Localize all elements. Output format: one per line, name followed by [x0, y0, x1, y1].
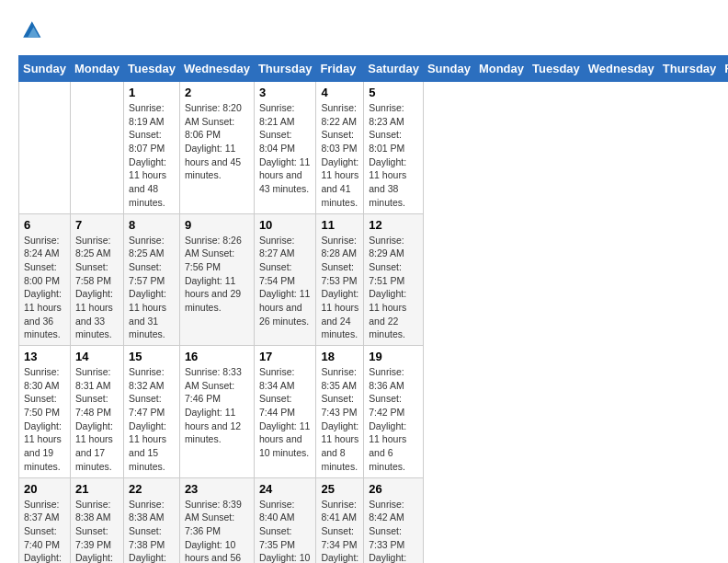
calendar-cell: 2Sunrise: 8:20 AM Sunset: 8:06 PM Daylig… — [179, 82, 254, 214]
calendar-header-row: SundayMondayTuesdayWednesdayThursdayFrid… — [19, 56, 729, 82]
calendar-table: SundayMondayTuesdayWednesdayThursdayFrid… — [18, 55, 728, 563]
calendar-cell: 16Sunrise: 8:33 AM Sunset: 7:46 PM Dayli… — [179, 346, 254, 478]
calendar-cell: 3Sunrise: 8:21 AM Sunset: 8:04 PM Daylig… — [254, 82, 316, 214]
calendar-cell: 13Sunrise: 8:30 AM Sunset: 7:50 PM Dayli… — [19, 346, 71, 478]
calendar-cell: 15Sunrise: 8:32 AM Sunset: 7:47 PM Dayli… — [124, 346, 180, 478]
day-number: 5 — [369, 86, 418, 99]
calendar-cell: 1Sunrise: 8:19 AM Sunset: 8:07 PM Daylig… — [124, 82, 180, 214]
day-info: Sunrise: 8:26 AM Sunset: 7:56 PM Dayligh… — [185, 234, 249, 315]
calendar-cell: 25Sunrise: 8:41 AM Sunset: 7:34 PM Dayli… — [316, 477, 364, 563]
day-info: Sunrise: 8:40 AM Sunset: 7:35 PM Dayligh… — [259, 498, 312, 564]
day-info: Sunrise: 8:42 AM Sunset: 7:33 PM Dayligh… — [369, 498, 418, 564]
day-number: 24 — [259, 482, 312, 496]
calendar-cell: 8Sunrise: 8:25 AM Sunset: 7:57 PM Daylig… — [124, 213, 180, 346]
calendar-week-1: 1Sunrise: 8:19 AM Sunset: 8:07 PM Daylig… — [19, 82, 729, 214]
day-info: Sunrise: 8:36 AM Sunset: 7:42 PM Dayligh… — [369, 365, 418, 474]
calendar-cell: 18Sunrise: 8:35 AM Sunset: 7:43 PM Dayli… — [316, 346, 364, 478]
day-info: Sunrise: 8:34 AM Sunset: 7:44 PM Dayligh… — [259, 365, 312, 460]
calendar-cell: 10Sunrise: 8:27 AM Sunset: 7:54 PM Dayli… — [254, 213, 316, 346]
header-tuesday: Tuesday — [124, 56, 180, 82]
calendar-week-2: 6Sunrise: 8:24 AM Sunset: 8:00 PM Daylig… — [19, 213, 729, 346]
calendar-cell: 7Sunrise: 8:25 AM Sunset: 7:58 PM Daylig… — [70, 213, 123, 346]
day-info: Sunrise: 8:39 AM Sunset: 7:36 PM Dayligh… — [185, 498, 249, 564]
calendar-cell: 11Sunrise: 8:28 AM Sunset: 7:53 PM Dayli… — [316, 213, 364, 346]
calendar-cell: 14Sunrise: 8:31 AM Sunset: 7:48 PM Dayli… — [70, 346, 123, 478]
day-info: Sunrise: 8:29 AM Sunset: 7:51 PM Dayligh… — [369, 234, 418, 342]
day-number: 15 — [129, 350, 175, 363]
day-number: 23 — [185, 482, 249, 496]
day-number: 22 — [129, 482, 175, 496]
day-number: 11 — [321, 218, 358, 232]
day-number: 4 — [321, 86, 358, 99]
day-info: Sunrise: 8:32 AM Sunset: 7:47 PM Dayligh… — [129, 365, 175, 474]
day-info: Sunrise: 8:24 AM Sunset: 8:00 PM Dayligh… — [24, 234, 65, 342]
day-number: 7 — [75, 218, 119, 232]
calendar-cell — [70, 82, 123, 214]
day-info: Sunrise: 8:38 AM Sunset: 7:38 PM Dayligh… — [129, 498, 175, 564]
day-number: 16 — [185, 350, 249, 363]
header-friday: Friday — [316, 56, 364, 82]
header-thursday: Thursday — [254, 56, 316, 82]
day-info: Sunrise: 8:28 AM Sunset: 7:53 PM Dayligh… — [321, 234, 358, 342]
day-number: 21 — [75, 482, 119, 496]
day-info: Sunrise: 8:37 AM Sunset: 7:40 PM Dayligh… — [24, 498, 65, 564]
day-number: 6 — [24, 218, 65, 232]
day-number: 1 — [129, 86, 175, 99]
header-wednesday: Wednesday — [179, 56, 254, 82]
day-number: 17 — [259, 350, 312, 363]
day-info: Sunrise: 8:31 AM Sunset: 7:48 PM Dayligh… — [75, 365, 119, 474]
day-info: Sunrise: 8:19 AM Sunset: 8:07 PM Dayligh… — [129, 101, 175, 210]
header-sunday: Sunday — [19, 56, 71, 82]
header-saturday: Saturday — [364, 56, 424, 82]
day-number: 3 — [259, 86, 312, 99]
logo-icon — [20, 18, 42, 40]
day-info: Sunrise: 8:23 AM Sunset: 8:01 PM Dayligh… — [369, 101, 418, 210]
calendar-cell: 26Sunrise: 8:42 AM Sunset: 7:33 PM Dayli… — [364, 477, 424, 563]
day-info: Sunrise: 8:38 AM Sunset: 7:39 PM Dayligh… — [75, 498, 119, 564]
day-number: 8 — [129, 218, 175, 232]
day-number: 20 — [24, 482, 65, 496]
day-number: 26 — [369, 482, 418, 496]
calendar-cell: 6Sunrise: 8:24 AM Sunset: 8:00 PM Daylig… — [19, 213, 71, 346]
calendar-cell: 22Sunrise: 8:38 AM Sunset: 7:38 PM Dayli… — [124, 477, 180, 563]
col-header-monday: Monday — [474, 56, 528, 82]
col-header-thursday: Thursday — [658, 56, 721, 82]
day-info: Sunrise: 8:33 AM Sunset: 7:46 PM Dayligh… — [185, 365, 249, 446]
day-number: 9 — [185, 218, 249, 232]
day-number: 19 — [369, 350, 418, 363]
calendar-cell: 5Sunrise: 8:23 AM Sunset: 8:01 PM Daylig… — [364, 82, 424, 214]
day-number: 25 — [321, 482, 358, 496]
calendar-week-3: 13Sunrise: 8:30 AM Sunset: 7:50 PM Dayli… — [19, 346, 729, 478]
col-header-tuesday: Tuesday — [529, 56, 585, 82]
col-header-friday: Friday — [721, 56, 728, 82]
page-header — [18, 18, 710, 40]
calendar-cell: 19Sunrise: 8:36 AM Sunset: 7:42 PM Dayli… — [364, 346, 424, 478]
day-info: Sunrise: 8:35 AM Sunset: 7:43 PM Dayligh… — [321, 365, 358, 474]
col-header-wednesday: Wednesday — [584, 56, 658, 82]
day-info: Sunrise: 8:21 AM Sunset: 8:04 PM Dayligh… — [259, 101, 312, 196]
day-number: 12 — [369, 218, 418, 232]
calendar-cell: 9Sunrise: 8:26 AM Sunset: 7:56 PM Daylig… — [179, 213, 254, 346]
calendar-cell: 4Sunrise: 8:22 AM Sunset: 8:03 PM Daylig… — [316, 82, 364, 214]
header-monday: Monday — [70, 56, 123, 82]
day-info: Sunrise: 8:20 AM Sunset: 8:06 PM Dayligh… — [185, 101, 249, 182]
day-info: Sunrise: 8:25 AM Sunset: 7:58 PM Dayligh… — [75, 234, 119, 342]
day-number: 13 — [24, 350, 65, 363]
calendar-cell: 24Sunrise: 8:40 AM Sunset: 7:35 PM Dayli… — [254, 477, 316, 563]
calendar-cell: 12Sunrise: 8:29 AM Sunset: 7:51 PM Dayli… — [364, 213, 424, 346]
calendar-cell: 20Sunrise: 8:37 AM Sunset: 7:40 PM Dayli… — [19, 477, 71, 563]
day-info: Sunrise: 8:30 AM Sunset: 7:50 PM Dayligh… — [24, 365, 65, 474]
calendar-week-4: 20Sunrise: 8:37 AM Sunset: 7:40 PM Dayli… — [19, 477, 729, 563]
logo — [18, 18, 42, 40]
col-header-sunday: Sunday — [423, 56, 474, 82]
day-number: 18 — [321, 350, 358, 363]
day-number: 14 — [75, 350, 119, 363]
day-info: Sunrise: 8:27 AM Sunset: 7:54 PM Dayligh… — [259, 234, 312, 328]
day-number: 10 — [259, 218, 312, 232]
day-info: Sunrise: 8:41 AM Sunset: 7:34 PM Dayligh… — [321, 498, 358, 564]
calendar-cell: 23Sunrise: 8:39 AM Sunset: 7:36 PM Dayli… — [179, 477, 254, 563]
calendar-cell: 21Sunrise: 8:38 AM Sunset: 7:39 PM Dayli… — [70, 477, 123, 563]
day-info: Sunrise: 8:25 AM Sunset: 7:57 PM Dayligh… — [129, 234, 175, 342]
day-info: Sunrise: 8:22 AM Sunset: 8:03 PM Dayligh… — [321, 101, 358, 210]
day-number: 2 — [185, 86, 249, 99]
